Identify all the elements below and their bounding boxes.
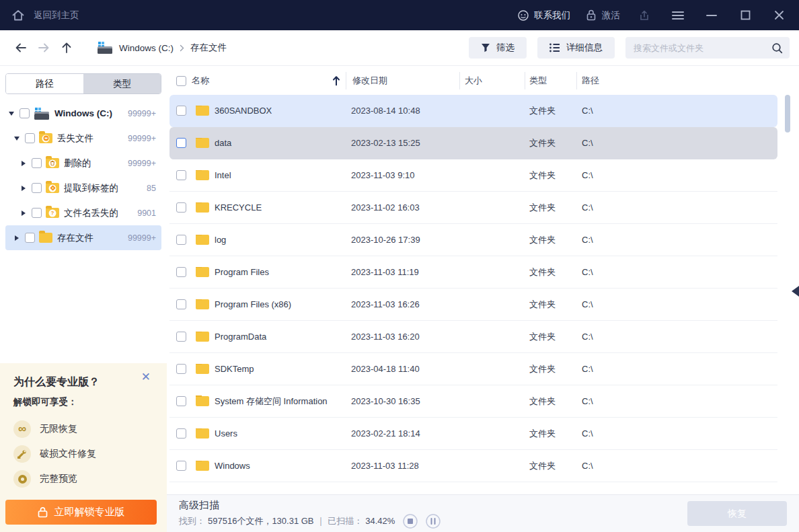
- table-row[interactable]: ProgramData 2023-11-03 16:20 文件夹 C:\: [169, 321, 777, 353]
- expand-collapse-icon[interactable]: [19, 211, 28, 216]
- share-button[interactable]: [635, 6, 654, 25]
- row-checkbox[interactable]: [176, 170, 186, 180]
- promo-close-icon[interactable]: ✕: [141, 371, 151, 383]
- table-row[interactable]: SDKTemp 2023-04-18 11:40 文件夹 C:\: [169, 353, 777, 385]
- search-icon[interactable]: [771, 42, 783, 54]
- tab-type[interactable]: 类型: [83, 74, 161, 93]
- folder-icon: [196, 428, 209, 439]
- activate-button[interactable]: 激活: [585, 9, 620, 22]
- table-row[interactable]: data 2023-02-13 15:25 文件夹 C:\: [169, 127, 777, 159]
- tree-item-lost-names[interactable]: ? 文件名丢失的 9901: [5, 200, 161, 225]
- expand-collapse-icon[interactable]: [12, 235, 22, 241]
- contact-us-button[interactable]: 联系我们: [517, 9, 570, 22]
- table-row[interactable]: Program Files 2023-11-03 11:19 文件夹 C:\: [169, 256, 777, 289]
- row-checkbox[interactable]: [176, 202, 186, 213]
- file-path: C:\: [576, 235, 777, 245]
- file-type: 文件夹: [525, 460, 576, 472]
- row-checkbox[interactable]: [176, 138, 186, 148]
- tree-checkbox[interactable]: [25, 133, 35, 143]
- details-button[interactable]: 详细信息: [537, 37, 615, 59]
- nav-forward-button[interactable]: [32, 36, 55, 59]
- table-body: 360SANDBOX 2023-08-14 10:48 文件夹 C:\ data…: [167, 95, 799, 482]
- column-header-path[interactable]: 路径: [576, 75, 799, 87]
- minimize-button[interactable]: [702, 6, 721, 25]
- column-label: 类型: [529, 75, 547, 87]
- tree-checkbox[interactable]: [32, 208, 42, 218]
- recover-button[interactable]: 恢复: [687, 501, 787, 526]
- expand-collapse-icon[interactable]: [7, 112, 16, 116]
- filter-button[interactable]: 筛选: [469, 37, 527, 59]
- breadcrumb-drive[interactable]: Windows (C:): [119, 43, 174, 53]
- tree-item-count: 85: [147, 184, 156, 193]
- expand-collapse-icon[interactable]: [19, 161, 28, 166]
- row-checkbox[interactable]: [176, 299, 186, 309]
- table-row[interactable]: KRECYCLE 2023-11-02 16:03 文件夹 C:\: [169, 192, 777, 224]
- tree-item-deleted[interactable]: 删除的 99999+: [5, 151, 161, 176]
- column-header-name[interactable]: 名称: [167, 75, 346, 87]
- column-header-size[interactable]: 大小: [459, 75, 525, 87]
- lock-icon: [38, 506, 48, 518]
- table-row[interactable]: Intel 2023-11-03 9:10 文件夹 C:\: [169, 159, 777, 192]
- menu-button[interactable]: [669, 6, 687, 25]
- tree-item-lost-files[interactable]: 丢失文件 99999+: [5, 126, 161, 151]
- table-row[interactable]: Program Files (x86) 2023-11-03 16:26 文件夹…: [169, 289, 777, 321]
- tree-checkbox[interactable]: [32, 183, 42, 193]
- tree-item-windows-c[interactable]: Windows (C:) 99999+: [5, 101, 161, 126]
- folder-icon: [196, 202, 209, 213]
- promo-item-full-preview: 完整预览: [13, 470, 153, 488]
- tree-item-existing-files[interactable]: 存在文件 99999+: [5, 225, 161, 250]
- file-list: 名称 修改日期 大小 类型 路径 360SANDBOX 2023-08-14 1…: [167, 67, 799, 494]
- table-row[interactable]: Windows 2023-11-03 11:28 文件夹 C:\: [169, 450, 777, 482]
- tab-path[interactable]: 路径: [6, 74, 83, 93]
- table-row[interactable]: Users 2023-02-21 18:14 文件夹 C:\: [169, 418, 777, 450]
- search-input[interactable]: [634, 43, 771, 53]
- maximize-button[interactable]: [736, 6, 755, 25]
- chevron-right-icon: [180, 44, 184, 52]
- close-button[interactable]: [769, 6, 788, 25]
- breadcrumb-current[interactable]: 存在文件: [190, 42, 227, 54]
- drive-icon: [34, 108, 50, 120]
- scan-stats: 找到： 597516个文件，130.31 GB ｜ 已扫描： 34.42%: [179, 514, 441, 529]
- table-row[interactable]: 360SANDBOX 2023-08-14 10:48 文件夹 C:\: [169, 95, 777, 127]
- preview-panel-toggle-icon[interactable]: [792, 286, 799, 297]
- back-to-home-button[interactable]: 返回到主页: [11, 8, 79, 23]
- row-checkbox[interactable]: [176, 364, 186, 374]
- arrow-up-icon: [61, 41, 73, 54]
- details-label: 详细信息: [566, 42, 603, 54]
- folder-icon: [196, 138, 209, 148]
- sort-ascending-icon[interactable]: [332, 76, 340, 86]
- row-checkbox[interactable]: [176, 235, 186, 245]
- file-date: 2023-11-02 16:03: [346, 202, 459, 213]
- nav-up-button[interactable]: [55, 36, 78, 59]
- table-row[interactable]: log 2023-10-26 17:39 文件夹 C:\: [169, 224, 777, 256]
- column-header-type[interactable]: 类型: [525, 75, 576, 87]
- row-checkbox[interactable]: [176, 332, 186, 342]
- unlock-pro-button[interactable]: 立即解锁专业版: [5, 500, 157, 525]
- vertical-scrollbar[interactable]: [785, 95, 790, 132]
- tree-checkbox[interactable]: [25, 233, 35, 243]
- tree-checkbox[interactable]: [32, 158, 42, 168]
- row-checkbox[interactable]: [176, 461, 186, 471]
- column-divider: [525, 72, 525, 89]
- lock-icon: [585, 9, 597, 22]
- expand-collapse-icon[interactable]: [19, 186, 28, 191]
- column-header-date[interactable]: 修改日期: [346, 75, 459, 87]
- row-checkbox[interactable]: [176, 396, 186, 406]
- select-all-checkbox[interactable]: [176, 76, 186, 86]
- expand-collapse-icon[interactable]: [12, 137, 22, 141]
- file-date: 2023-10-26 17:39: [346, 235, 459, 245]
- nav-back-button[interactable]: [9, 36, 32, 59]
- row-checkbox[interactable]: [176, 428, 186, 439]
- tree-checkbox[interactable]: [20, 108, 30, 118]
- promo-subtitle: 解锁即可享受：: [13, 396, 153, 408]
- share-icon: [638, 9, 650, 22]
- search-box[interactable]: [625, 37, 790, 59]
- row-checkbox[interactable]: [176, 106, 186, 116]
- stop-scan-button[interactable]: [403, 514, 418, 529]
- tree-item-count: 99999+: [128, 159, 156, 168]
- row-checkbox[interactable]: [176, 267, 186, 277]
- pause-scan-button[interactable]: [426, 514, 441, 529]
- file-type: 文件夹: [525, 169, 576, 182]
- tree-item-tagged[interactable]: 提取到标签的 85: [5, 176, 161, 200]
- table-row[interactable]: System 存储空间 Information 2023-10-30 16:35…: [169, 385, 777, 418]
